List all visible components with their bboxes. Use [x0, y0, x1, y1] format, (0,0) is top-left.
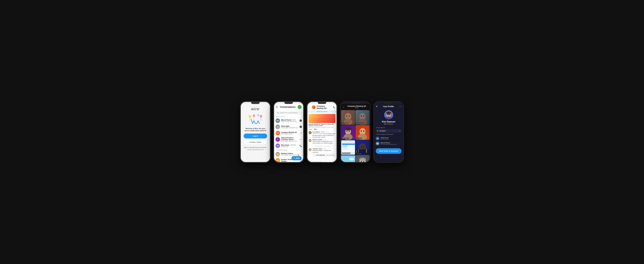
- conv-item-internal[interactable]: IP Internal Product / Customer driven...…: [274, 136, 303, 143]
- profile-handle: @kim.dawson: [374, 123, 403, 125]
- svg-point-47: [350, 162, 354, 163]
- msg-text-barbara: Done! Thanks for adding them, let's catc…: [312, 141, 336, 144]
- svg-rect-42: [358, 149, 359, 153]
- profile-avatar: [384, 110, 393, 119]
- svg-rect-34: [342, 147, 346, 147]
- msg-content-barbara: Barbara Cotilina 3:22pm Done! Thanks for…: [312, 139, 336, 144]
- available-status-dot: [377, 130, 378, 131]
- availability-section-label: AVAILABILITY: [374, 126, 403, 129]
- msg-text-kim: @Barbara Cotilina Can you please share t…: [312, 133, 336, 138]
- video-cell-paul: Paul Nagel: [341, 110, 355, 125]
- phone3: ← Company Meeting Q3 📞 Guests are presen…: [306, 101, 338, 163]
- create-team-button[interactable]: Create a Team: [244, 140, 267, 145]
- phone2-notch: [284, 102, 293, 104]
- file-attachment[interactable]: 📄 PDF (336 KB) Tap to download: [312, 154, 336, 157]
- account-name-jesse: Jesse Grod: [380, 137, 402, 139]
- reaction-person[interactable]: 👤 5: [313, 128, 318, 130]
- msg-row-barbara: BC Barbara Cotilina 3:22pm Done! Thanks …: [308, 139, 336, 144]
- user-avatar[interactable]: [298, 105, 302, 109]
- search-input[interactable]: Search for conversation: [280, 112, 298, 114]
- svg-point-6: [257, 114, 259, 116]
- phone3-wrapper: ← Company Meeting Q3 📞 Guests are presen…: [306, 101, 338, 163]
- phone5-content: ✕ Your Profile ⋯: [374, 104, 403, 163]
- msg-badge-kim: Guest: [320, 131, 325, 133]
- conversations-title: Conversations: [280, 106, 296, 108]
- search-bar[interactable]: 🔍 Search for conversation: [276, 111, 302, 114]
- phone5-notch: [384, 102, 393, 104]
- account-info-marcel: Marcel Pierrot Team account (anta.ms.com…: [380, 142, 402, 145]
- back-arrow-icon[interactable]: ←: [309, 106, 311, 108]
- svg-point-24: [345, 127, 351, 130]
- conv-item-riley[interactable]: RD Riley Davis Federated Missed call 📞: [274, 143, 303, 149]
- conv-item-deniz[interactable]: DA Deniz Agha Deniz Agha mentioned you @: [274, 124, 303, 130]
- chevron-down-icon[interactable]: ⌄: [342, 106, 344, 108]
- conv-item-marcel[interactable]: MP Marcel Pierrot Guest Hello, do you wa…: [274, 117, 303, 124]
- avatar-company: CQ: [276, 131, 280, 135]
- other-accounts-label: YOUR OTHER ACCOUNTS: [374, 133, 403, 135]
- conv-info-deniz: Deniz Agha Deniz Agha mentioned you: [281, 125, 298, 128]
- svg-point-0: [249, 115, 251, 118]
- msg-row-jaq: JO Jaqueline Olaho 9:51pm Market fit ana…: [308, 148, 336, 157]
- video-label-ron: Ron Zhou: [356, 138, 362, 139]
- avatar-internal: IP: [276, 137, 280, 142]
- welcome-text: Welcome to Wire, the most secure collabo…: [244, 127, 267, 132]
- msg-name-kim: Kim Dawson: [312, 131, 320, 133]
- call-title-block: Company Meeting Q3 23:34: [345, 105, 368, 109]
- msg-time-jaq: 9:51pm: [323, 148, 326, 149]
- svg-rect-32: [348, 145, 354, 150]
- conv-preview-marcel: Hello, do you want to see the number...: [281, 121, 298, 122]
- account-item-jesse[interactable]: JG Jesse Grod Team account: [376, 136, 402, 141]
- conv-preview-deniz: Deniz Agha mentioned you: [281, 127, 298, 128]
- video-label-alex: Alex Moruga: [356, 123, 364, 124]
- phones-container: wire ✦: [240, 101, 404, 163]
- msg-avatar-kim: KD: [308, 131, 312, 134]
- video-cell-ron: Ron Zhou: [356, 125, 370, 140]
- phone5: ✕ Your Profile ⋯: [373, 101, 404, 163]
- menu-icon[interactable]: ☰: [276, 106, 278, 108]
- link-preview-url[interactable]: https://www.recode.net/...ine-down-for-f…: [308, 127, 336, 128]
- conv-info-barbara: Barbara Cotilina You: Ready when you are…: [281, 153, 302, 156]
- reaction-thumbsup[interactable]: 👍 1: [308, 128, 313, 130]
- profile-name: Kim Dawson: [374, 120, 403, 123]
- message-input[interactable]: Type a message: [311, 161, 335, 163]
- phone5-wrapper: ✕ Your Profile ⋯: [373, 101, 404, 163]
- login-button[interactable]: Log in: [244, 134, 267, 139]
- conv-name-deniz: Deniz Agha: [281, 125, 290, 127]
- new-chat-icon: ✏️: [294, 157, 296, 159]
- new-team-account-button[interactable]: New Team or Account: [376, 148, 402, 154]
- phone4-wrapper: ⌄ Company Meeting Q3 23:34: [340, 101, 371, 163]
- profile-title: Your Profile: [379, 105, 398, 108]
- call-icon[interactable]: 📞: [333, 106, 335, 108]
- conv-item-company[interactable]: CQ Company Meeting Q3 Paul Nagel pinged …: [274, 130, 303, 136]
- svg-point-38: [361, 147, 362, 148]
- phone1-notch: [251, 102, 260, 104]
- phone1-content: wire ✦: [241, 104, 270, 163]
- account-item-marcel[interactable]: MP Marcel Pierrot Team account (anta.ms.…: [376, 141, 402, 146]
- close-icon[interactable]: ✕: [376, 105, 378, 108]
- svg-point-49: [349, 158, 354, 160]
- new-activity-label: NEW ACTIVITY: [274, 115, 303, 117]
- account-avatar-marcel: MP: [376, 142, 380, 145]
- media-image: [308, 114, 336, 123]
- svg-point-8: [249, 121, 249, 122]
- more-options-icon[interactable]: ⋯: [399, 105, 402, 108]
- availability-row[interactable]: Available ▾: [376, 129, 402, 133]
- date-divider: MON, AUGUST 1, 9:51 PM: [308, 146, 336, 147]
- svg-point-27: [361, 130, 362, 132]
- msg-time-barbara: 3:22pm: [323, 139, 326, 140]
- call-time: 23:34: [345, 107, 368, 109]
- profile-avatar-container: [374, 110, 403, 119]
- conversations-section-label: CONVERSATIONS: [274, 149, 303, 151]
- svg-point-54: [359, 158, 366, 161]
- attach-icon[interactable]: +: [309, 161, 310, 163]
- create-personal-link[interactable]: Create a personal account: [247, 149, 264, 150]
- conv-name-riley: Riley Davis: [281, 144, 290, 146]
- accounts-section: JG Jesse Grod Team account MP Marcel Pie…: [374, 135, 403, 147]
- video-face-marcel: [356, 155, 370, 163]
- avatar-marcel: MP: [276, 118, 280, 123]
- group-avatar: [312, 105, 316, 109]
- conv-name-internal: Internal Product / Customer driven...: [281, 137, 299, 140]
- tap-download[interactable]: Tap to download: [326, 155, 334, 156]
- new-button[interactable]: ✏️ New: [292, 156, 302, 160]
- phone3-content: ← Company Meeting Q3 📞 Guests are presen…: [308, 104, 336, 163]
